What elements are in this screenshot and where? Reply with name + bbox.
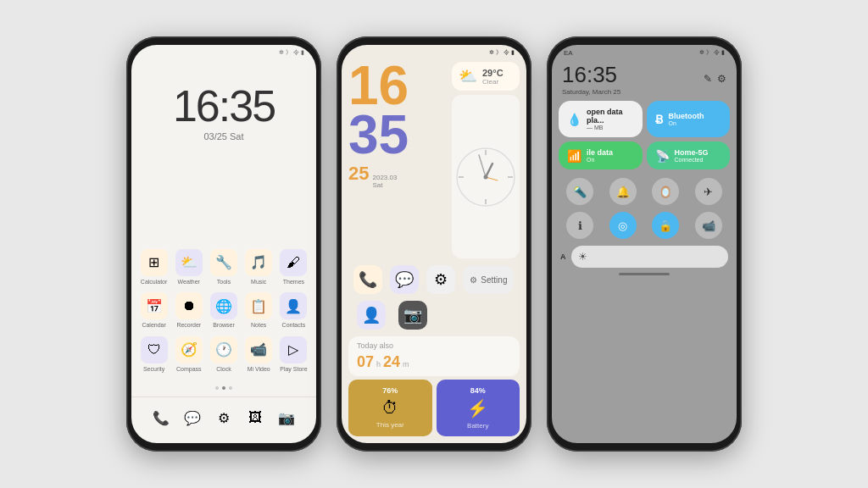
phone-icon[interactable]: 📞 <box>353 265 382 294</box>
lock-screen: ✲ 》 令 ▮ 16:35 03/25 Sat ⊞ Calculator <box>131 45 316 443</box>
mobile-data-tile-text: ile data On <box>587 148 613 163</box>
wifi-tile[interactable]: 📡 Home-5G Connected <box>647 141 731 169</box>
list-item[interactable]: 🧭 Compass <box>175 336 203 373</box>
gallery-app-icon[interactable]: 🖼 <box>242 404 269 431</box>
brightness-a-label: A <box>560 252 566 261</box>
themes-icon: 🖌 <box>280 249 307 276</box>
phone-3: EA ✲ 》 令 ▮ 16:35 Saturday, March 25 <box>547 36 742 452</box>
gear-icon: ⚙ <box>470 275 477 285</box>
app-label: Themes <box>283 279 304 286</box>
spacer <box>441 301 470 330</box>
analog-clock-face <box>455 147 516 208</box>
bluetooth-tile[interactable]: Ƀ Bluetooth On <box>647 101 731 137</box>
bluetooth-tile-sub: On <box>669 120 704 126</box>
clock-icon: 🕐 <box>210 336 237 363</box>
airplane-button[interactable]: ✈ <box>695 178 722 205</box>
list-item[interactable]: ⛅ Weather <box>175 249 203 286</box>
mirror-button[interactable]: 🪞 <box>652 178 679 205</box>
battery-icon-2: ▮ <box>511 49 515 56</box>
battery-1-icon: ⏱ <box>381 398 398 418</box>
cc-header-icons: ✎ ⚙ <box>704 73 726 85</box>
list-item[interactable]: 🎵 Music <box>245 249 273 286</box>
app-label: Clock <box>216 366 231 373</box>
dot <box>215 386 219 390</box>
today-label: Today also <box>357 341 511 350</box>
phone-app-icon[interactable]: 📞 <box>147 404 175 431</box>
today-widget[interactable]: Today also 07 h 24 m <box>348 336 520 376</box>
battery-widget-1[interactable]: 76% ⏱ This year <box>348 380 432 436</box>
brightness-slider[interactable]: ☀ <box>571 246 729 268</box>
lock-button[interactable]: 🔒 <box>652 212 679 239</box>
control-center: EA ✲ 》 令 ▮ 16:35 Saturday, March 25 <box>552 45 737 443</box>
list-item[interactable]: ▷ Play Store <box>280 336 308 373</box>
list-item[interactable]: 🖌 Themes <box>280 249 308 286</box>
wifi-icon: 令 <box>293 48 299 57</box>
mobile-data-sub: On <box>587 157 613 163</box>
signal-icon-2: 》 <box>496 48 502 57</box>
compass-icon: 🧭 <box>175 336 203 363</box>
settings-app-icon[interactable]: ⚙ <box>210 404 237 431</box>
contacts-icon-2[interactable]: 👤 <box>357 301 386 330</box>
list-item[interactable]: ⊞ Calculator <box>140 249 168 286</box>
list-item[interactable]: 📅 Calendar <box>140 292 168 329</box>
clock-widget[interactable] <box>452 95 520 258</box>
wifi-icon-3: 令 <box>714 48 720 57</box>
edit-icon[interactable]: ✎ <box>704 73 712 85</box>
status-icons-1: ✲ 》 令 ▮ <box>279 48 304 57</box>
info-button[interactable]: ℹ <box>566 212 593 239</box>
mins-unit: m <box>403 360 409 369</box>
video-button[interactable]: 📹 <box>695 212 722 239</box>
battery-icon-3: ▮ <box>721 49 725 56</box>
wifi-tile-icon: 📡 <box>655 149 670 163</box>
list-item[interactable]: 👤 Contacts <box>280 292 308 329</box>
bluetooth-icon-3: ✲ <box>699 49 704 56</box>
list-item[interactable]: 🌐 Browser <box>209 292 237 329</box>
location-button[interactable]: ◎ <box>609 212 637 239</box>
list-item[interactable]: 📹 Mi Video <box>245 336 273 373</box>
svg-line-5 <box>486 164 492 177</box>
settings-icon-cc[interactable]: ⚙ <box>717 73 726 85</box>
bluetooth-icon-2: ✲ <box>489 49 494 56</box>
flashlight-button[interactable]: 🔦 <box>566 178 593 205</box>
battery-1-label: This year <box>376 421 404 429</box>
setting-label[interactable]: ⚙ Setting <box>463 265 514 294</box>
app-label: Mi Video <box>248 366 270 373</box>
alarm-button[interactable]: 🔔 <box>609 178 637 205</box>
mobile-data-tile[interactable]: 📶 ile data On <box>559 141 643 169</box>
weather-widget[interactable]: ⛅ 29°C Clear <box>452 62 520 91</box>
signal-icon: 》 <box>286 48 292 57</box>
settings-icon[interactable]: ⚙ <box>426 265 455 294</box>
battery-2-pct: 84% <box>470 386 486 395</box>
app-label: Calculator <box>141 279 168 286</box>
messages-app-icon[interactable]: 💬 <box>179 404 206 431</box>
app-label: Notes <box>251 322 266 329</box>
battery-widget-2[interactable]: 84% ⚡ Battery <box>437 380 520 436</box>
data-tile[interactable]: 💧 open data pla... — MB <box>559 101 643 137</box>
list-item[interactable]: ⏺ Recorder <box>175 292 203 329</box>
wifi-icon-2: 令 <box>504 48 509 57</box>
status-icons-2: ✲ 》 令 ▮ <box>489 48 515 57</box>
security-icon: 🛡 <box>141 336 168 363</box>
today-mins: 24 <box>383 353 400 371</box>
app-label: Compass <box>176 366 202 373</box>
camera-icon[interactable]: 📷 <box>398 301 427 330</box>
dot-active <box>222 386 225 390</box>
battery-2-icon: ⚡ <box>467 398 488 419</box>
weather-temp: 29°C <box>482 68 504 78</box>
list-item[interactable]: 🕐 Clock <box>209 336 237 373</box>
setting-text: Setting <box>481 275 507 285</box>
app-label: Recorder <box>176 322 201 329</box>
list-item[interactable]: 🔧 Tools <box>209 249 237 286</box>
cc-icons-row-1: 🔦 🔔 🪞 ✈ <box>552 173 737 210</box>
app-label: Contacts <box>282 322 306 329</box>
mobile-data-title: ile data <box>587 148 613 157</box>
phone-1: ✲ 》 令 ▮ 16:35 03/25 Sat ⊞ Calculator <box>126 36 321 452</box>
list-item[interactable]: 📋 Notes <box>245 292 273 329</box>
app-grid: ⊞ Calculator ⛅ Weather 🔧 Tools 🎵 Music <box>131 242 316 380</box>
list-item[interactable]: 🛡 Security <box>140 336 168 373</box>
today-hours: 07 <box>357 353 374 371</box>
chat-icon[interactable]: 💬 <box>390 265 419 294</box>
bluetooth-icon: ✲ <box>279 49 284 56</box>
camera-app-icon[interactable]: 📷 <box>273 404 300 431</box>
battery-icon: ▮ <box>301 49 304 56</box>
